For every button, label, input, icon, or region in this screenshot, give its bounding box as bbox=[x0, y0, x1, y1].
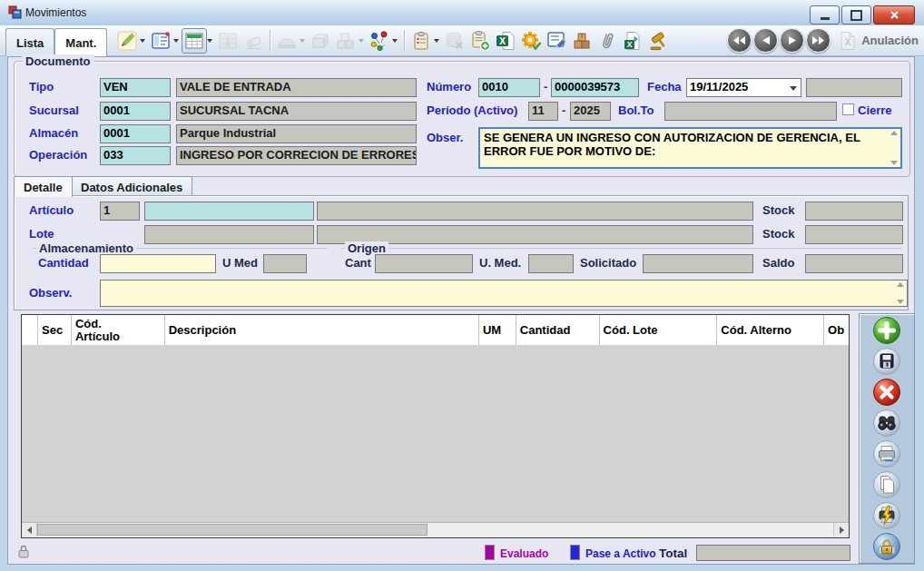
grid-view-icon[interactable] bbox=[182, 28, 207, 54]
titlebar: Movimientos bbox=[0, 0, 924, 25]
observ-scroll-arrows[interactable] bbox=[895, 282, 905, 304]
sucursal-desc-field: SUCURSAL TACNA bbox=[176, 102, 417, 121]
quick-print-icon bbox=[871, 500, 902, 531]
saldo-label: Saldo bbox=[762, 256, 794, 270]
search-button[interactable] bbox=[870, 408, 903, 438]
copy-button[interactable] bbox=[870, 469, 903, 500]
grid-hscrollbar[interactable] bbox=[22, 522, 849, 537]
sucursal-code-field[interactable]: 0001 bbox=[100, 102, 171, 121]
anulacion-doc-icon: X bbox=[837, 30, 859, 52]
tipo-code-field[interactable]: VEN bbox=[100, 78, 171, 97]
obser-textarea[interactable]: SE GENERA UN INGRESO CON AUTORIZACION DE… bbox=[478, 127, 902, 169]
cantidad-field[interactable] bbox=[100, 254, 216, 273]
scroll-left-icon bbox=[27, 527, 32, 534]
clipboard-icon[interactable] bbox=[408, 28, 434, 54]
lock-button[interactable] bbox=[870, 531, 903, 562]
fecha-datepicker[interactable]: 19/11/2025 bbox=[686, 78, 801, 97]
scroll-left-button[interactable] bbox=[22, 523, 37, 537]
operacion-code-field[interactable]: 033 bbox=[100, 146, 171, 165]
pins-icon[interactable] bbox=[367, 28, 392, 54]
hammer-icon[interactable] bbox=[645, 28, 671, 54]
grid-col-cantidad: Cantidad bbox=[516, 315, 600, 345]
lock-icon bbox=[871, 531, 902, 562]
grid-body bbox=[22, 345, 849, 523]
clipboard-dropdown-icon[interactable] bbox=[434, 39, 439, 43]
scroll-up-icon[interactable] bbox=[890, 131, 898, 135]
restore-icon bbox=[850, 10, 862, 21]
copy-icon bbox=[871, 469, 902, 500]
scroll-thumb[interactable] bbox=[37, 524, 428, 536]
tab-lista[interactable]: Lista bbox=[5, 28, 54, 56]
origen-cant-label: Cant bbox=[345, 256, 371, 270]
excel-icon[interactable]: X bbox=[493, 28, 518, 54]
print-button[interactable] bbox=[870, 438, 903, 469]
origen-umed-field bbox=[528, 254, 574, 273]
pase-activo-swatch bbox=[570, 545, 580, 560]
lote-stock-field bbox=[805, 225, 903, 244]
scroll-up-icon[interactable] bbox=[897, 282, 904, 287]
window-title: Movimientos bbox=[25, 6, 86, 19]
bolto-field bbox=[664, 102, 837, 121]
scroll-right-icon bbox=[840, 527, 844, 534]
restore-button[interactable] bbox=[841, 5, 871, 25]
cancel-button[interactable] bbox=[870, 377, 903, 408]
grid-col-cod-lote: Cód. Lote bbox=[600, 315, 718, 345]
tipo-desc-field: VALE DE ENTRADA bbox=[176, 78, 417, 97]
quick-print-button[interactable] bbox=[870, 500, 903, 531]
excel-export-icon[interactable]: X bbox=[620, 28, 645, 54]
gear-icon[interactable] bbox=[518, 28, 544, 54]
numero-field[interactable]: 0000039573 bbox=[551, 78, 639, 97]
pallet-icon[interactable] bbox=[569, 28, 595, 54]
cancel-icon bbox=[871, 377, 902, 408]
obser-scroll-arrows[interactable] bbox=[889, 131, 899, 165]
articulo-code-field[interactable] bbox=[144, 202, 314, 221]
cierre-checkbox[interactable] bbox=[842, 103, 854, 115]
observ-textarea[interactable] bbox=[100, 280, 908, 307]
scroll-down-icon[interactable] bbox=[897, 300, 904, 304]
add-button[interactable] bbox=[870, 315, 903, 346]
clipboard-add-icon[interactable] bbox=[467, 28, 493, 54]
total-field bbox=[696, 545, 850, 561]
paperclip-icon[interactable] bbox=[595, 28, 620, 54]
grid-alt-icon bbox=[215, 28, 241, 54]
nav-next-button[interactable] bbox=[780, 28, 804, 53]
svg-text:X: X bbox=[627, 40, 633, 49]
grid-col-cod-alterno: Cód. Alterno bbox=[717, 315, 824, 345]
evaluado-label: Evaluado bbox=[500, 547, 548, 560]
grid-view-dropdown-icon[interactable] bbox=[207, 39, 212, 43]
minimize-icon bbox=[821, 17, 830, 20]
pins-dropdown-icon[interactable] bbox=[392, 39, 398, 43]
action-sidebar bbox=[859, 313, 915, 564]
numero-label: Número bbox=[427, 80, 471, 94]
fecha-dropdown-icon[interactable] bbox=[790, 86, 797, 91]
tipo-label: Tipo bbox=[29, 80, 54, 94]
save-button[interactable] bbox=[870, 346, 903, 377]
edit-pencil-icon[interactable] bbox=[114, 28, 140, 54]
anulacion-label: Anulación bbox=[861, 34, 919, 47]
nav-last-button[interactable] bbox=[806, 28, 831, 53]
boxes-dropdown-icon bbox=[359, 39, 364, 43]
evaluado-swatch bbox=[485, 545, 495, 560]
scroll-down-icon[interactable] bbox=[890, 161, 898, 165]
close-button[interactable] bbox=[873, 5, 915, 25]
edit-dropdown-icon[interactable] bbox=[140, 39, 145, 43]
nav-prev-button[interactable] bbox=[753, 28, 778, 53]
status-bar: Evaluado Pase a Activo Total bbox=[14, 541, 854, 565]
total-label: Total bbox=[659, 546, 687, 560]
minimize-button[interactable] bbox=[810, 5, 840, 25]
form-view-dropdown-icon[interactable] bbox=[173, 39, 179, 43]
binoculars-icon bbox=[871, 408, 902, 438]
tab-detalle[interactable]: Detalle bbox=[14, 176, 73, 197]
nav-first-button[interactable] bbox=[727, 28, 752, 53]
grid-col-um: UM bbox=[479, 315, 516, 345]
detalle-panel: Artículo 1 Stock Lote Stock Almacenamien… bbox=[14, 195, 909, 310]
form-view-icon[interactable] bbox=[148, 28, 173, 54]
form-edit-icon[interactable] bbox=[544, 28, 569, 54]
periodo-label: Período (Activo) bbox=[427, 103, 517, 117]
tab-mant[interactable]: Mant. bbox=[54, 28, 107, 56]
scroll-right-button[interactable] bbox=[833, 523, 849, 537]
saldo-field bbox=[805, 254, 903, 273]
tab-datos-adicionales[interactable]: Datos Adicionales bbox=[71, 176, 192, 197]
almacen-code-field[interactable]: 0001 bbox=[100, 124, 171, 143]
numero-serie-field[interactable]: 0010 bbox=[478, 78, 540, 97]
